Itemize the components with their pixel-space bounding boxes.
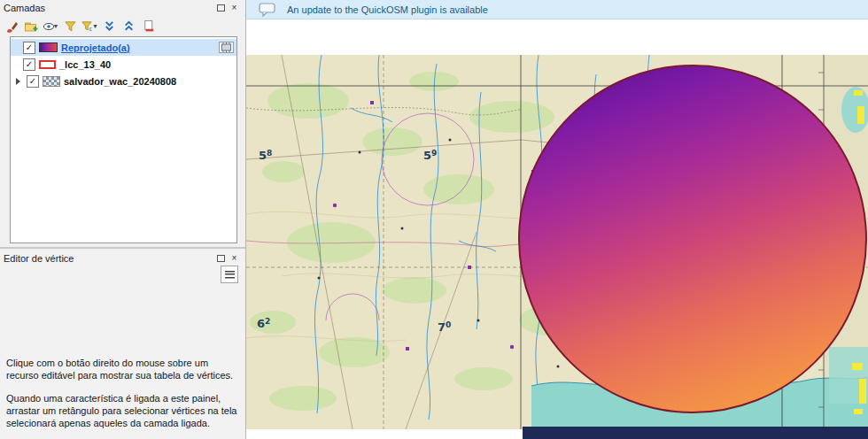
- vertex-editor-panel: Editor de vértice × Clique com o botão d…: [0, 250, 245, 439]
- vertex-editor-hint-2: Quando uma característica é ligada a est…: [6, 393, 242, 429]
- message-text: An update to the QuickOSM plugin is avai…: [287, 4, 488, 15]
- vertex-editor-options-button[interactable]: [221, 266, 238, 283]
- panel-window-buttons: ×: [215, 253, 240, 264]
- gradient-symbology-swatch: [39, 42, 58, 52]
- close-panel-button[interactable]: ×: [229, 3, 240, 13]
- vertex-editor-hint-1: Clique com o botão direito do mouse sobr…: [6, 358, 242, 382]
- outline-symbology-swatch: [39, 60, 56, 69]
- filter-expression-button[interactable]: ε ▼: [81, 18, 98, 35]
- filter-legend-button[interactable]: [61, 18, 79, 35]
- collapse-all-button[interactable]: [120, 18, 137, 35]
- layer-label[interactable]: Reprojetado(a): [61, 42, 130, 53]
- layers-panel: Camadas ×: [0, 0, 245, 249]
- expand-all-button[interactable]: [100, 18, 118, 35]
- layer-visibility-checkbox[interactable]: ✓: [23, 42, 35, 54]
- add-group-icon: [24, 19, 38, 34]
- map-canvas[interactable]: 58 59 62 70: [246, 55, 868, 439]
- left-dock: Camadas ×: [0, 0, 246, 439]
- layer-item-lcc[interactable]: ✓ _lcc_13_40: [11, 56, 236, 73]
- max-elevation-figure: 59: [423, 149, 437, 162]
- layers-toolbar: ▼ ε ▼: [0, 16, 245, 36]
- layer-label[interactable]: salvador_wac_20240808: [64, 76, 176, 87]
- max-elevation-figure: 62: [257, 317, 270, 330]
- add-group-button[interactable]: [22, 18, 40, 35]
- max-elevation-figure: 70: [438, 320, 451, 334]
- float-panel-button[interactable]: [215, 3, 227, 13]
- layers-panel-title: Camadas: [4, 3, 45, 13]
- manage-map-themes-button[interactable]: ▼: [42, 18, 59, 35]
- close-panel-button[interactable]: ×: [229, 253, 240, 264]
- remove-layer-icon: [142, 19, 155, 33]
- layer-label[interactable]: _lcc_13_40: [59, 59, 111, 70]
- chevron-down-icon: ▼: [92, 23, 98, 29]
- vertex-editor-title: Editor de vértice: [4, 253, 74, 264]
- layer-visibility-checkbox[interactable]: ✓: [27, 75, 39, 88]
- expand-layer-arrow[interactable]: [13, 78, 23, 85]
- panel-window-buttons: ×: [215, 3, 240, 13]
- collapse-all-icon: [122, 19, 136, 33]
- max-elevation-figure: 58: [259, 149, 272, 162]
- float-icon: [217, 4, 225, 12]
- memory-layer-indicator-icon: [219, 42, 234, 53]
- layer-tree: ✓ Reprojetado(a): [10, 36, 237, 243]
- triangle-right-icon: [16, 78, 20, 85]
- vertex-editor-header: Editor de vértice ×: [0, 250, 245, 266]
- layer-styling-icon: [4, 19, 19, 34]
- layer-styling-button[interactable]: [3, 18, 20, 35]
- layer-visibility-checkbox[interactable]: ✓: [23, 58, 35, 71]
- layer-item-salvador-wac[interactable]: ✓ salvador_wac_20240808: [11, 73, 236, 89]
- filter-legend-icon: [64, 19, 77, 33]
- plugin-message-bar: An update to the QuickOSM plugin is avai…: [246, 0, 868, 19]
- chevron-down-icon: ▼: [53, 23, 59, 29]
- layers-panel-header: Camadas ×: [0, 0, 245, 16]
- float-icon: [217, 255, 225, 262]
- layer-item-reprojetado[interactable]: ✓ Reprojetado(a): [11, 39, 236, 56]
- remove-layer-button[interactable]: [139, 18, 157, 35]
- expand-all-icon: [103, 19, 116, 33]
- map-area: An update to the QuickOSM plugin is avai…: [246, 0, 868, 439]
- message-bubble-icon: [259, 3, 276, 17]
- hamburger-menu-icon: [225, 271, 235, 279]
- float-panel-button[interactable]: [215, 253, 227, 264]
- gradient-circle: [518, 65, 867, 413]
- raster-symbology-swatch: [43, 76, 60, 87]
